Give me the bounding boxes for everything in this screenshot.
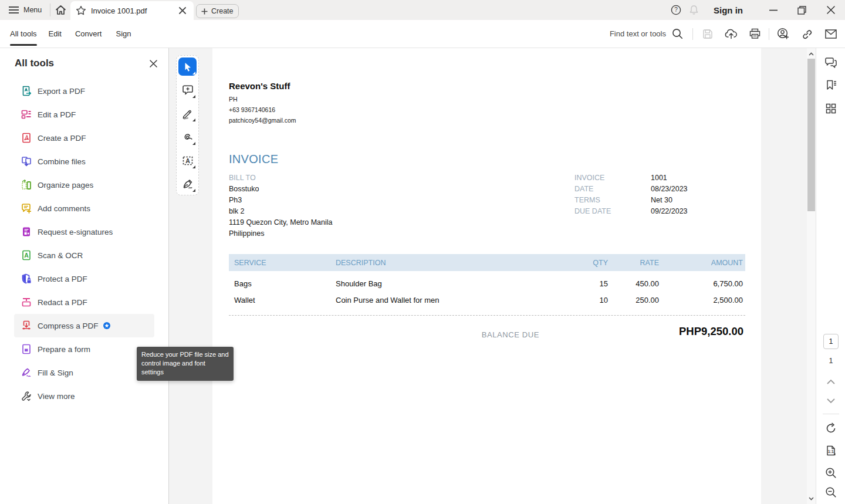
minimize-button[interactable]: [759, 0, 787, 20]
cell-amount: 2,500.00: [659, 296, 745, 305]
draw-tool-button[interactable]: [178, 128, 197, 146]
tooltip-line: control image and font: [141, 359, 229, 368]
find-text-button[interactable]: Find text or tools: [610, 28, 683, 39]
notifications-button[interactable]: [685, 1, 702, 19]
zoom-out-button[interactable]: [821, 482, 841, 502]
link-icon: [801, 28, 813, 40]
sidebar-item-protect-pdf[interactable]: Protect a PDF: [14, 267, 154, 290]
draw-icon: [182, 133, 194, 142]
sidebar-item-label: Compress a PDF: [38, 322, 99, 330]
edit-pdf-icon: [21, 109, 32, 120]
edit-text-tool-button[interactable]: A: [178, 151, 197, 170]
page-number-input[interactable]: 1: [823, 334, 839, 349]
bill-to-line: blk 2: [229, 206, 332, 217]
cloud-upload-icon: [725, 28, 738, 39]
help-button[interactable]: ?: [667, 1, 685, 19]
zoom-in-button[interactable]: [821, 463, 841, 483]
meta-label: DUE DATE: [574, 206, 611, 217]
sidebar-item-fill-sign[interactable]: Fill & Sign: [14, 361, 154, 384]
sidebar-item-edit-pdf[interactable]: Edit a PDF: [14, 103, 154, 126]
favorite-star-icon[interactable]: [76, 5, 86, 16]
cell-description: Shoulder Bag: [330, 279, 555, 288]
create-label: Create: [211, 7, 234, 15]
create-pdf-icon: [21, 133, 32, 143]
redact-pdf-icon: [21, 297, 32, 307]
col-header-service: SERVICE: [229, 259, 330, 267]
sidebar-item-label: Organize pages: [38, 181, 93, 190]
comments-panel-button[interactable]: [821, 53, 841, 73]
bookmarks-panel-button[interactable]: [821, 75, 841, 95]
col-header-amount: AMOUNT: [659, 259, 745, 267]
share-link-button[interactable]: [798, 25, 816, 43]
sidebar-item-compress-pdf[interactable]: Compress a PDF: [14, 314, 154, 337]
fill-sign-tool-button[interactable]: [178, 175, 197, 193]
sidebar-item-create-pdf[interactable]: Create a PDF: [14, 126, 154, 150]
highlight-tool-button[interactable]: [178, 104, 197, 123]
meta-value: 09/22/2023: [651, 206, 688, 217]
restore-button[interactable]: [787, 0, 816, 20]
sidebar-item-export-pdf[interactable]: Export a PDF: [14, 79, 154, 103]
share-upload-button[interactable]: [722, 25, 740, 43]
sidebar-item-label: Request e-signatures: [38, 228, 113, 236]
find-label: Find text or tools: [610, 29, 666, 38]
add-comment-tool-button[interactable]: [178, 81, 197, 99]
email-button[interactable]: [822, 25, 840, 43]
help-icon: ?: [671, 5, 681, 15]
title-bar: Menu Invoice 1001.pdf Create ?: [0, 0, 845, 20]
sidebar-item-label: Combine files: [38, 157, 86, 166]
sidebar-item-request-esignatures[interactable]: Request e-signatures: [14, 220, 154, 243]
zoom-fit-button[interactable]: 1:1: [821, 441, 841, 461]
compress-pdf-icon: [21, 320, 32, 331]
sidebar-item-add-comments[interactable]: Add comments: [14, 197, 154, 220]
rotate-page-button[interactable]: [821, 418, 841, 438]
sidebar-item-redact-pdf[interactable]: Redact a PDF: [14, 290, 154, 314]
previous-page-button[interactable]: [821, 371, 841, 391]
invoice-company-country: PH: [229, 96, 238, 103]
svg-text:1:1: 1:1: [828, 449, 834, 454]
request-signature-button[interactable]: [774, 25, 792, 43]
print-icon: [749, 28, 760, 39]
toolbar-separator: [769, 28, 769, 40]
sign-in-button[interactable]: Sign in: [714, 5, 743, 15]
panel-title: All tools: [15, 57, 54, 69]
sidebar-item-view-more[interactable]: View more: [14, 384, 154, 408]
compress-tooltip: Reduce your PDF file size and control im…: [137, 347, 234, 381]
chevron-up-icon: [827, 379, 835, 384]
tab-convert[interactable]: Convert: [75, 20, 102, 48]
panel-close-button[interactable]: [146, 56, 160, 70]
sidebar-item-label: View more: [38, 392, 75, 401]
text-box-icon: A: [182, 155, 194, 167]
save-button[interactable]: [699, 25, 716, 43]
comment-add-icon: [182, 84, 194, 96]
document-tab[interactable]: Invoice 1001.pdf: [70, 1, 194, 20]
close-window-button[interactable]: [816, 0, 845, 20]
next-page-button[interactable]: [821, 391, 841, 411]
scroll-up-arrow[interactable]: [807, 49, 816, 58]
sidebar-item-label: Protect a PDF: [38, 275, 87, 283]
tab-all-tools[interactable]: All tools: [10, 20, 37, 48]
select-tool-button[interactable]: [178, 57, 197, 76]
sidebar-item-scan-ocr[interactable]: A Scan & OCR: [14, 243, 154, 267]
menu-button[interactable]: Menu: [0, 0, 50, 20]
tab-title: Invoice 1001.pdf: [91, 6, 176, 15]
sign-pen-icon: [182, 178, 194, 190]
sidebar-item-organize-pages[interactable]: Organize pages: [14, 173, 154, 197]
tab-close-button[interactable]: [176, 4, 189, 17]
create-button[interactable]: Create: [196, 4, 239, 18]
bell-icon: [689, 5, 699, 15]
scrollbar-thumb[interactable]: [807, 59, 815, 211]
tab-edit[interactable]: Edit: [49, 20, 62, 48]
home-button[interactable]: [50, 0, 70, 20]
meta-label: TERMS: [574, 195, 611, 206]
print-button[interactable]: [746, 25, 763, 43]
scroll-down-arrow[interactable]: [807, 494, 816, 503]
acrobat-window: Menu Invoice 1001.pdf Create ?: [0, 0, 845, 504]
sidebar-item-combine-files[interactable]: Combine files: [14, 150, 154, 173]
vertical-scrollbar[interactable]: [807, 48, 816, 504]
tab-sign[interactable]: Sign: [116, 20, 131, 48]
sidebar-item-prepare-form[interactable]: Prepare a form: [14, 337, 154, 361]
page-thumbnails-button[interactable]: [821, 99, 841, 119]
export-pdf-icon: [21, 86, 32, 96]
cell-qty: 10: [555, 296, 608, 305]
bill-to-label: BILL TO: [229, 172, 332, 184]
